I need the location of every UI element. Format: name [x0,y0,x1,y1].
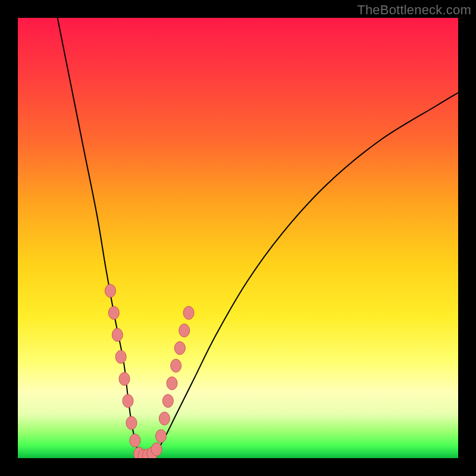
curve-marker [126,416,137,430]
curve-layer [18,18,458,458]
curve-marker [130,434,140,447]
curve-marker [108,306,119,320]
bottleneck-curve [58,18,458,457]
curve-marker [183,306,194,320]
curve-marker [179,324,190,337]
curve-marker [162,394,173,408]
curve-marker [123,394,133,408]
plot-area [18,18,458,458]
curve-marker [167,377,177,390]
curve-marker [115,350,126,364]
curve-marker [151,443,162,456]
curve-marker [174,342,185,355]
curve-marker [112,328,123,342]
curve-marker [171,359,181,372]
chart-stage: TheBottleneck.com [0,0,476,476]
curve-marker [105,284,115,298]
curve-marker [119,372,130,386]
curve-marker [156,430,167,443]
watermark-text: TheBottleneck.com [357,2,471,18]
curve-marker [159,412,170,425]
